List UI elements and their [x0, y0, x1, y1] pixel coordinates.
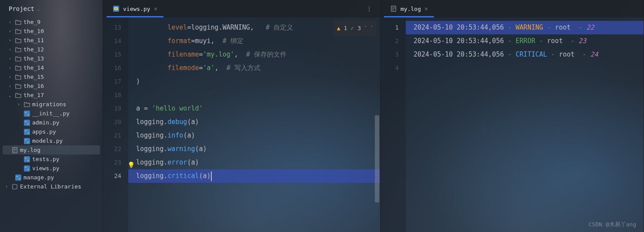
tree-item-label: the_17 [23, 92, 44, 98]
editor-body[interactable]: ▲ 1 ✓ 3 ˄ ˅ level=logging.WARNING, # 自定义… [128, 17, 380, 232]
chevron-down-icon: ⌄ [37, 6, 40, 12]
tree-item-admin-py[interactable]: admin.py [0, 118, 103, 127]
expand-arrow-icon[interactable]: › [7, 65, 13, 70]
tree-item-my-log[interactable]: my.log [3, 145, 100, 155]
project-tool-header[interactable]: Project ⌄ [0, 0, 103, 17]
tree-item-the-16[interactable]: ›the_16 [0, 81, 103, 91]
close-icon[interactable]: × [154, 5, 157, 12]
editor-gutter[interactable]: 1234 [380, 17, 406, 232]
python-icon [23, 156, 30, 162]
log-timestamp: 2024-05-10 20:53:44,056 [414, 21, 504, 34]
tree-item-the-15[interactable]: ›the_15 [0, 72, 103, 81]
warning-count: 1 [344, 21, 347, 35]
code-line[interactable]: logging.debug(a) [128, 115, 380, 129]
line-number[interactable]: 22 [103, 142, 121, 156]
log-line[interactable]: 2024-05-10 20:53:44,056 - CRITICAL - roo… [406, 48, 644, 61]
expand-arrow-icon[interactable]: › [7, 47, 13, 52]
log-line[interactable]: 2024-05-10 20:53:44,056 - ERROR - root -… [406, 34, 644, 48]
tree-item-the-17[interactable]: ⌄the_17 [0, 91, 103, 100]
text-file-icon [390, 6, 397, 12]
line-number[interactable]: 3 [380, 48, 399, 61]
line-number[interactable]: 4 [380, 61, 399, 75]
svg-point-24 [19, 178, 20, 179]
tree-item-label: the_13 [23, 55, 44, 62]
tree-item-external-libraries[interactable]: ›External Libraries [0, 182, 103, 191]
python-icon [23, 138, 30, 144]
tree-item--init-py[interactable]: __init__.py [0, 109, 103, 118]
tree-item-label: views.py [32, 165, 60, 171]
code-line[interactable]: format=muyi, # 绑定 [128, 34, 380, 48]
code-line[interactable]: ) [128, 75, 380, 88]
tree-item-the-10[interactable]: ›the_10 [0, 27, 103, 36]
svg-rect-0 [24, 111, 30, 117]
editor-gutter[interactable]: 131415161718192021222324 [103, 17, 128, 232]
log-body[interactable]: 2024-05-10 20:53:44,056 - WARNING - root… [406, 17, 644, 232]
line-number[interactable]: 23 [103, 156, 121, 169]
editor-pane-log: my.log × 1234 2024-05-10 20:53:44,056 - … [380, 0, 644, 232]
line-number[interactable]: 18 [103, 88, 121, 102]
line-number[interactable]: 19 [103, 102, 121, 115]
code-line[interactable]: filemode='a', # 写入方式 [128, 61, 380, 75]
next-highlight-icon[interactable]: ˅ [370, 21, 373, 35]
tree-item-migrations[interactable]: ›migrations [0, 100, 103, 109]
svg-point-1 [25, 112, 26, 113]
tree-item-the-9[interactable]: ›the_9 [0, 17, 103, 27]
tree-item-label: the_12 [23, 46, 44, 53]
line-number[interactable]: 21 [103, 129, 121, 142]
editor-tabs-right: my.log × [380, 0, 644, 17]
svg-rect-6 [24, 129, 30, 135]
code-line[interactable]: filename='my.log', # 保存的文件 [128, 48, 380, 61]
line-number[interactable]: 17 [103, 75, 121, 88]
scrollbar-thumb[interactable] [375, 115, 379, 202]
tree-item-apps-py[interactable]: apps.py [0, 127, 103, 136]
log-source: root [559, 48, 574, 61]
tree-item-views-py[interactable]: views.py [0, 164, 103, 173]
tree-item-tests-py[interactable]: tests.py [0, 155, 103, 164]
svg-rect-19 [24, 165, 30, 171]
line-number[interactable]: 16 [103, 61, 121, 75]
code-line[interactable]: logging.warning(a) [128, 142, 380, 156]
line-number[interactable]: 24 [103, 169, 121, 183]
expand-arrow-icon[interactable]: › [7, 56, 13, 61]
log-source: root [555, 21, 571, 34]
tree-item-label: the_9 [23, 19, 40, 25]
line-number[interactable]: 20 [103, 115, 121, 129]
tree-item-label: External Libraries [20, 183, 81, 190]
code-line[interactable] [128, 88, 380, 102]
line-number[interactable]: 13 [103, 21, 121, 34]
log-line[interactable] [406, 61, 644, 75]
code-line[interactable]: logging.critical(a) [128, 169, 380, 183]
tree-item-label: manage.py [23, 174, 54, 181]
expand-arrow-icon[interactable]: › [7, 20, 13, 24]
tree-item-models-py[interactable]: models.py [0, 136, 103, 145]
inspection-widget[interactable]: ▲ 1 ✓ 3 ˄ ˅ [334, 20, 377, 36]
expand-arrow-icon[interactable]: › [7, 74, 13, 79]
tree-item-label: the_11 [23, 37, 44, 44]
tree-item-label: apps.py [32, 128, 56, 135]
expand-arrow-icon[interactable]: › [3, 184, 10, 189]
tree-item-the-11[interactable]: ›the_11 [0, 36, 103, 45]
close-icon[interactable]: × [424, 5, 428, 12]
line-number[interactable]: 1 [380, 21, 399, 34]
code-line[interactable]: logging.error(a)💡 [128, 156, 380, 169]
code-line[interactable]: a = 'hello world' [128, 102, 380, 115]
tab-my-log[interactable]: my.log × [384, 0, 434, 17]
expand-arrow-icon[interactable]: ⌄ [7, 93, 13, 98]
line-number[interactable]: 14 [103, 34, 121, 48]
expand-arrow-icon[interactable]: › [7, 29, 13, 34]
expand-arrow-icon[interactable]: › [16, 102, 22, 107]
expand-arrow-icon[interactable]: › [7, 84, 13, 88]
tree-item-the-14[interactable]: ›the_14 [0, 63, 103, 72]
tree-item-the-13[interactable]: ›the_13 [0, 54, 103, 63]
code-line[interactable]: logging.info(a) [128, 129, 380, 142]
log-line[interactable]: 2024-05-10 20:53:44,056 - WARNING - root… [406, 21, 644, 34]
tab-views-py[interactable]: views.py × [107, 0, 164, 17]
line-number[interactable]: 2 [380, 34, 399, 48]
tree-item-manage-py[interactable]: manage.py [0, 173, 103, 182]
prev-highlight-icon[interactable]: ˄ [364, 21, 367, 35]
project-tree[interactable]: ›the_9›the_10›the_11›the_12›the_13›the_1… [0, 17, 103, 232]
expand-arrow-icon[interactable]: › [7, 38, 13, 43]
line-number[interactable]: 15 [103, 48, 121, 61]
tree-item-the-12[interactable]: ›the_12 [0, 45, 103, 54]
more-menu-icon[interactable]: ⋮ [362, 5, 377, 12]
